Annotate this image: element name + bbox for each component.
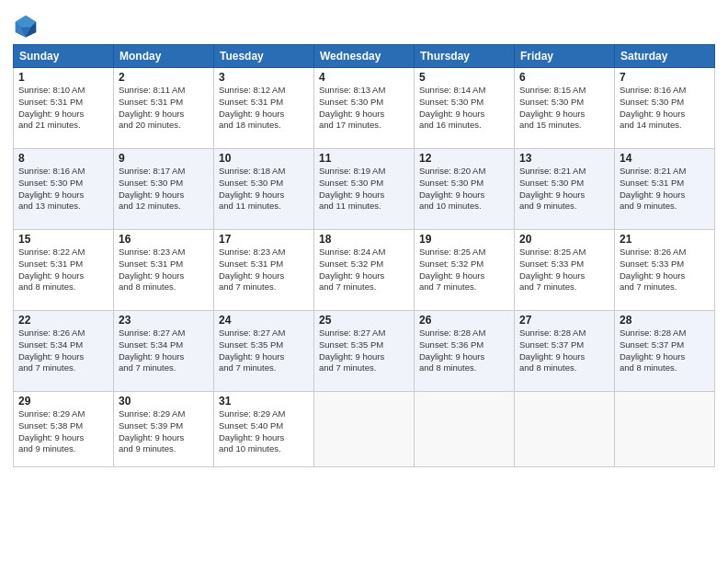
day-info: Sunrise: 8:27 AMSunset: 5:35 PMDaylight:… bbox=[219, 327, 309, 374]
page: SundayMondayTuesdayWednesdayThursdayFrid… bbox=[0, 0, 728, 563]
day-number: 10 bbox=[219, 152, 309, 165]
day-info: Sunrise: 8:23 AMSunset: 5:31 PMDaylight:… bbox=[219, 247, 309, 293]
day-number: 20 bbox=[519, 233, 609, 246]
calendar-cell: 25Sunrise: 8:27 AMSunset: 5:35 PMDayligh… bbox=[314, 311, 415, 392]
day-info: Sunrise: 8:19 AMSunset: 5:30 PMDaylight:… bbox=[319, 166, 409, 213]
weekday-header: Tuesday bbox=[214, 45, 314, 68]
calendar-cell: 12Sunrise: 8:20 AMSunset: 5:30 PMDayligh… bbox=[415, 149, 515, 230]
day-number: 11 bbox=[319, 152, 409, 165]
day-number: 26 bbox=[419, 314, 509, 327]
calendar-cell bbox=[415, 392, 515, 467]
day-info: Sunrise: 8:26 AMSunset: 5:34 PMDaylight:… bbox=[18, 327, 108, 374]
weekday-header: Monday bbox=[114, 45, 214, 68]
day-info: Sunrise: 8:20 AMSunset: 5:30 PMDaylight:… bbox=[419, 166, 509, 213]
day-number: 13 bbox=[519, 152, 609, 165]
day-info: Sunrise: 8:24 AMSunset: 5:32 PMDaylight:… bbox=[319, 247, 409, 293]
day-info: Sunrise: 8:29 AMSunset: 5:38 PMDaylight:… bbox=[18, 408, 108, 455]
calendar-cell: 19Sunrise: 8:25 AMSunset: 5:32 PMDayligh… bbox=[415, 230, 515, 311]
day-info: Sunrise: 8:29 AMSunset: 5:40 PMDaylight:… bbox=[219, 408, 309, 455]
calendar-cell: 30Sunrise: 8:29 AMSunset: 5:39 PMDayligh… bbox=[114, 392, 214, 467]
day-number: 17 bbox=[219, 233, 309, 246]
weekday-header: Sunday bbox=[14, 45, 114, 68]
day-info: Sunrise: 8:18 AMSunset: 5:30 PMDaylight:… bbox=[219, 166, 309, 213]
day-info: Sunrise: 8:28 AMSunset: 5:37 PMDaylight:… bbox=[519, 327, 609, 374]
day-number: 12 bbox=[419, 152, 509, 165]
day-number: 28 bbox=[620, 314, 710, 327]
calendar-cell: 22Sunrise: 8:26 AMSunset: 5:34 PMDayligh… bbox=[14, 311, 114, 392]
day-number: 7 bbox=[620, 71, 710, 84]
calendar-cell: 7Sunrise: 8:16 AMSunset: 5:30 PMDaylight… bbox=[615, 68, 715, 149]
logo bbox=[13, 13, 40, 39]
day-info: Sunrise: 8:22 AMSunset: 5:31 PMDaylight:… bbox=[18, 247, 108, 293]
weekday-header: Saturday bbox=[615, 45, 715, 68]
calendar-cell: 14Sunrise: 8:21 AMSunset: 5:31 PMDayligh… bbox=[615, 149, 715, 230]
day-info: Sunrise: 8:13 AMSunset: 5:30 PMDaylight:… bbox=[319, 85, 409, 132]
calendar-cell: 29Sunrise: 8:29 AMSunset: 5:38 PMDayligh… bbox=[14, 392, 114, 467]
day-number: 16 bbox=[119, 233, 209, 246]
calendar-cell: 24Sunrise: 8:27 AMSunset: 5:35 PMDayligh… bbox=[214, 311, 314, 392]
calendar-cell bbox=[314, 392, 415, 467]
day-number: 9 bbox=[119, 152, 209, 165]
day-number: 31 bbox=[219, 395, 309, 408]
calendar-cell: 18Sunrise: 8:24 AMSunset: 5:32 PMDayligh… bbox=[314, 230, 415, 311]
calendar-cell: 17Sunrise: 8:23 AMSunset: 5:31 PMDayligh… bbox=[214, 230, 314, 311]
calendar-cell: 26Sunrise: 8:28 AMSunset: 5:36 PMDayligh… bbox=[415, 311, 515, 392]
day-info: Sunrise: 8:17 AMSunset: 5:30 PMDaylight:… bbox=[119, 166, 209, 213]
day-info: Sunrise: 8:25 AMSunset: 5:32 PMDaylight:… bbox=[419, 247, 509, 293]
calendar-cell: 1Sunrise: 8:10 AMSunset: 5:31 PMDaylight… bbox=[14, 68, 114, 149]
day-number: 3 bbox=[219, 71, 309, 84]
calendar-cell: 2Sunrise: 8:11 AMSunset: 5:31 PMDaylight… bbox=[114, 68, 214, 149]
weekday-header: Thursday bbox=[415, 45, 515, 68]
calendar-cell: 8Sunrise: 8:16 AMSunset: 5:30 PMDaylight… bbox=[14, 149, 114, 230]
calendar-cell: 31Sunrise: 8:29 AMSunset: 5:40 PMDayligh… bbox=[214, 392, 314, 467]
day-info: Sunrise: 8:15 AMSunset: 5:30 PMDaylight:… bbox=[519, 85, 609, 132]
calendar-cell: 6Sunrise: 8:15 AMSunset: 5:30 PMDaylight… bbox=[515, 68, 615, 149]
day-info: Sunrise: 8:14 AMSunset: 5:30 PMDaylight:… bbox=[419, 85, 509, 132]
day-number: 6 bbox=[519, 71, 609, 84]
calendar-cell: 27Sunrise: 8:28 AMSunset: 5:37 PMDayligh… bbox=[515, 311, 615, 392]
calendar-cell: 4Sunrise: 8:13 AMSunset: 5:30 PMDaylight… bbox=[314, 68, 415, 149]
calendar: SundayMondayTuesdayWednesdayThursdayFrid… bbox=[13, 44, 715, 467]
day-number: 23 bbox=[119, 314, 209, 327]
day-number: 22 bbox=[18, 314, 108, 327]
day-number: 30 bbox=[119, 395, 209, 408]
day-number: 18 bbox=[319, 233, 409, 246]
day-info: Sunrise: 8:16 AMSunset: 5:30 PMDaylight:… bbox=[18, 166, 108, 213]
day-number: 19 bbox=[419, 233, 509, 246]
day-number: 27 bbox=[519, 314, 609, 327]
calendar-cell bbox=[615, 392, 715, 467]
calendar-cell: 28Sunrise: 8:28 AMSunset: 5:37 PMDayligh… bbox=[615, 311, 715, 392]
day-number: 24 bbox=[219, 314, 309, 327]
day-number: 1 bbox=[18, 71, 108, 84]
day-info: Sunrise: 8:28 AMSunset: 5:36 PMDaylight:… bbox=[419, 327, 509, 374]
day-info: Sunrise: 8:12 AMSunset: 5:31 PMDaylight:… bbox=[219, 85, 309, 132]
day-info: Sunrise: 8:21 AMSunset: 5:31 PMDaylight:… bbox=[620, 166, 710, 213]
day-number: 2 bbox=[119, 71, 209, 84]
day-number: 14 bbox=[620, 152, 710, 165]
header bbox=[13, 9, 715, 39]
calendar-cell: 20Sunrise: 8:25 AMSunset: 5:33 PMDayligh… bbox=[515, 230, 615, 311]
day-info: Sunrise: 8:16 AMSunset: 5:30 PMDaylight:… bbox=[620, 85, 710, 132]
day-number: 25 bbox=[319, 314, 409, 327]
day-info: Sunrise: 8:25 AMSunset: 5:33 PMDaylight:… bbox=[519, 247, 609, 293]
day-info: Sunrise: 8:26 AMSunset: 5:33 PMDaylight:… bbox=[620, 247, 710, 293]
weekday-header: Wednesday bbox=[314, 45, 415, 68]
calendar-cell: 13Sunrise: 8:21 AMSunset: 5:30 PMDayligh… bbox=[515, 149, 615, 230]
day-info: Sunrise: 8:10 AMSunset: 5:31 PMDaylight:… bbox=[18, 85, 108, 132]
calendar-cell: 21Sunrise: 8:26 AMSunset: 5:33 PMDayligh… bbox=[615, 230, 715, 311]
day-info: Sunrise: 8:27 AMSunset: 5:34 PMDaylight:… bbox=[119, 327, 209, 374]
day-number: 21 bbox=[620, 233, 710, 246]
day-number: 8 bbox=[18, 152, 108, 165]
calendar-cell: 9Sunrise: 8:17 AMSunset: 5:30 PMDaylight… bbox=[114, 149, 214, 230]
logo-icon bbox=[13, 13, 39, 39]
day-number: 5 bbox=[419, 71, 509, 84]
calendar-cell: 15Sunrise: 8:22 AMSunset: 5:31 PMDayligh… bbox=[14, 230, 114, 311]
weekday-header: Friday bbox=[515, 45, 615, 68]
day-info: Sunrise: 8:23 AMSunset: 5:31 PMDaylight:… bbox=[119, 247, 209, 293]
calendar-cell: 10Sunrise: 8:18 AMSunset: 5:30 PMDayligh… bbox=[214, 149, 314, 230]
day-info: Sunrise: 8:11 AMSunset: 5:31 PMDaylight:… bbox=[119, 85, 209, 132]
day-info: Sunrise: 8:27 AMSunset: 5:35 PMDaylight:… bbox=[319, 327, 409, 374]
calendar-cell: 23Sunrise: 8:27 AMSunset: 5:34 PMDayligh… bbox=[114, 311, 214, 392]
calendar-cell: 16Sunrise: 8:23 AMSunset: 5:31 PMDayligh… bbox=[114, 230, 214, 311]
day-info: Sunrise: 8:28 AMSunset: 5:37 PMDaylight:… bbox=[620, 327, 710, 374]
